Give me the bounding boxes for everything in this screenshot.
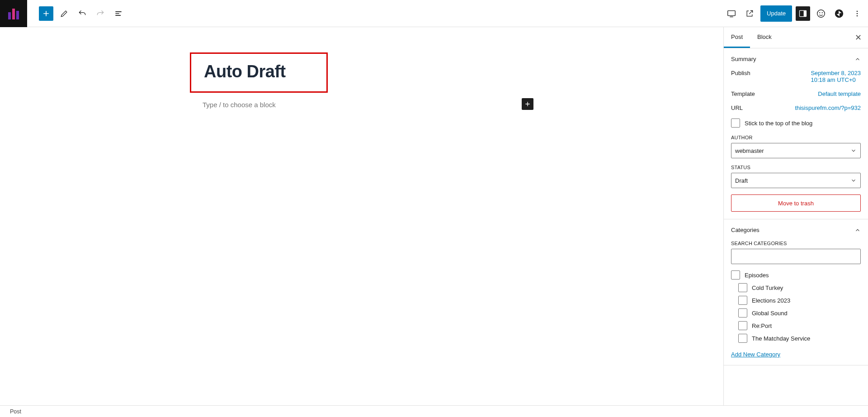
add-new-category-link[interactable]: Add New Category <box>731 351 780 358</box>
category-checkbox[interactable] <box>738 308 747 317</box>
svg-rect-3 <box>728 10 736 15</box>
summary-heading: Summary <box>731 56 756 62</box>
options-button[interactable] <box>850 6 864 21</box>
more-vertical-icon <box>853 9 862 18</box>
view-button[interactable] <box>724 6 739 21</box>
sticky-label: Stick to the top of the blog <box>745 120 812 127</box>
category-item: Episodes <box>731 270 861 280</box>
chevron-down-icon <box>850 177 857 184</box>
top-toolbar: Update <box>0 0 868 27</box>
url-label: URL <box>731 104 743 111</box>
svg-rect-1 <box>12 9 15 19</box>
category-label: Re:Port <box>752 322 772 329</box>
categories-list: EpisodesCold TurkeyElections 2023Global … <box>731 270 868 346</box>
redo-icon <box>96 9 105 18</box>
pencil-icon <box>60 9 69 18</box>
svg-point-12 <box>857 15 858 16</box>
categories-panel-toggle[interactable]: Categories <box>724 219 868 241</box>
post-title-highlight: Auto Draft <box>190 52 328 93</box>
svg-point-8 <box>822 12 823 13</box>
add-block-button[interactable] <box>522 98 533 110</box>
category-label: Cold Turkey <box>752 284 783 291</box>
block-inserter-button[interactable] <box>39 6 53 21</box>
status-value: Draft <box>735 177 748 184</box>
plus-icon <box>524 100 531 108</box>
sticky-checkbox[interactable] <box>731 118 740 128</box>
chevron-down-icon <box>850 147 857 154</box>
tab-post[interactable]: Post <box>724 27 750 48</box>
category-checkbox[interactable] <box>738 334 747 343</box>
category-label: Global Sound <box>752 310 788 317</box>
logo-icon <box>7 7 20 20</box>
publish-value[interactable]: September 8, 2023 10:18 am UTC+0 <box>811 70 861 83</box>
empty-block-prompt[interactable]: Type / to choose a block <box>190 98 533 111</box>
category-item: The Matchday Service <box>738 334 861 343</box>
status-select[interactable]: Draft <box>731 173 861 188</box>
author-value: webmaster <box>735 147 764 154</box>
editor-canvas[interactable]: Auto Draft Type / to choose a block <box>0 27 723 405</box>
editor-footer: Post <box>0 405 868 417</box>
category-label: Episodes <box>745 272 769 279</box>
category-item: Cold Turkey <box>738 283 861 292</box>
site-logo[interactable] <box>0 0 27 27</box>
undo-icon <box>78 9 87 18</box>
svg-point-6 <box>817 9 825 17</box>
template-value[interactable]: Default template <box>818 90 861 97</box>
svg-rect-2 <box>16 11 19 19</box>
close-sidebar-button[interactable]: ✕ <box>849 33 868 43</box>
block-prompt-text: Type / to choose a block <box>203 101 276 109</box>
settings-sidebar: Post Block ✕ Summary Publish Septem <box>723 27 868 405</box>
settings-sidebar-toggle[interactable] <box>796 6 810 21</box>
chevron-up-icon <box>854 56 861 62</box>
svg-point-11 <box>857 13 858 14</box>
desktop-icon <box>726 9 736 19</box>
svg-point-10 <box>857 10 858 12</box>
template-label: Template <box>731 90 755 97</box>
category-checkbox[interactable] <box>738 321 747 330</box>
list-view-icon <box>114 9 123 18</box>
chevron-up-icon <box>854 227 861 233</box>
undo-button[interactable] <box>75 6 90 21</box>
category-item: Global Sound <box>738 308 861 317</box>
svg-point-7 <box>819 12 820 13</box>
preview-button[interactable] <box>742 6 757 21</box>
svg-rect-5 <box>804 10 807 16</box>
category-checkbox[interactable] <box>738 283 747 292</box>
categories-heading: Categories <box>731 227 760 233</box>
category-label: The Matchday Service <box>752 335 810 342</box>
post-title[interactable]: Auto Draft <box>204 62 316 81</box>
category-item: Elections 2023 <box>738 296 861 305</box>
summary-panel-toggle[interactable]: Summary <box>724 48 868 70</box>
redo-button[interactable] <box>93 6 108 21</box>
publish-label: Publish <box>731 70 750 76</box>
face-icon <box>816 9 826 19</box>
search-categories-label: SEARCH CATEGORIES <box>731 241 861 246</box>
tab-block[interactable]: Block <box>750 27 779 48</box>
category-checkbox[interactable] <box>731 270 740 280</box>
breadcrumb[interactable]: Post <box>10 408 21 415</box>
bolt-circle-icon <box>834 9 844 19</box>
move-to-trash-button[interactable]: Move to trash <box>731 194 861 212</box>
sidebar-icon <box>798 9 807 18</box>
update-button[interactable]: Update <box>760 5 792 22</box>
category-label: Elections 2023 <box>752 297 790 304</box>
category-checkbox[interactable] <box>738 296 747 305</box>
author-select[interactable]: webmaster <box>731 143 861 158</box>
svg-rect-0 <box>8 12 11 19</box>
status-label: STATUS <box>731 165 861 170</box>
tools-button[interactable] <box>57 6 71 21</box>
plus-icon <box>42 9 51 18</box>
author-label: AUTHOR <box>731 135 861 140</box>
jetpack-button[interactable] <box>832 6 846 21</box>
url-value[interactable]: thisispurefm.com/?p=932 <box>795 104 861 111</box>
search-categories-input[interactable] <box>731 249 861 264</box>
category-item: Re:Port <box>738 321 861 330</box>
external-icon <box>745 9 754 18</box>
seo-button[interactable] <box>814 6 828 21</box>
document-overview-button[interactable] <box>111 6 126 21</box>
